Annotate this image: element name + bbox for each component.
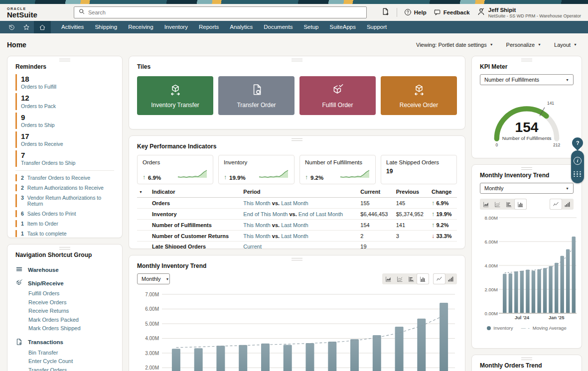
kpi-card-late-shipped-orders[interactable]: Late Shipped Orders19 bbox=[381, 155, 457, 184]
personalize-dropdown[interactable]: Personalize▼ bbox=[506, 42, 541, 48]
trend-line-icon[interactable] bbox=[434, 274, 445, 284]
reminder-item[interactable]: 9Orders to Ship bbox=[15, 113, 114, 129]
drag-handle[interactable] bbox=[521, 167, 532, 170]
reminder-item[interactable]: 1Item to Order bbox=[15, 220, 114, 227]
chart-type-toolbar bbox=[382, 273, 429, 284]
global-search[interactable] bbox=[74, 6, 367, 18]
new-document-icon[interactable] bbox=[381, 7, 390, 18]
layout-dropdown[interactable]: Layout▼ bbox=[554, 42, 577, 48]
reminder-item[interactable]: 18Orders to Fulfill bbox=[15, 74, 114, 91]
shortcut-group-header-transactions[interactable]: Transactions bbox=[15, 338, 114, 347]
tile-inventory-transfer[interactable]: Inventory Transfer bbox=[137, 76, 213, 115]
area-chart-icon[interactable] bbox=[383, 274, 394, 284]
tile-label: Transfer Order bbox=[237, 102, 276, 109]
nav-item-activities[interactable]: Activities bbox=[56, 21, 89, 33]
reminder-count: 17 bbox=[21, 132, 114, 140]
drag-handle[interactable] bbox=[292, 59, 302, 61]
area-chart-icon[interactable] bbox=[480, 199, 492, 209]
reminder-item[interactable]: 12Orders to Pack bbox=[15, 93, 114, 110]
trend-bar-icon[interactable] bbox=[562, 199, 573, 209]
drag-handle[interactable] bbox=[292, 138, 302, 141]
trend-bar-icon[interactable] bbox=[445, 274, 456, 284]
kpi-card-change: 9.2% bbox=[310, 175, 323, 181]
shortcut-link-receive-returns[interactable]: Receive Returns bbox=[28, 307, 114, 316]
chevron-down-icon: ▼ bbox=[490, 43, 493, 46]
table-row[interactable]: Number of FulfillmentsThis Month vs. Las… bbox=[137, 220, 457, 231]
svg-text:154: 154 bbox=[515, 119, 538, 135]
drag-handle[interactable] bbox=[521, 358, 532, 360]
help-button[interactable]: Help bbox=[404, 8, 427, 17]
reminder-item[interactable]: 17Orders to Receive bbox=[15, 131, 114, 148]
table-row[interactable]: OrdersThis Month vs. Last Month155145↑ 6… bbox=[137, 198, 457, 209]
reminder-item[interactable]: 3Vendor Return Authorizations to Return bbox=[15, 194, 114, 207]
kpi-card-orders[interactable]: Orders↑6.9% bbox=[137, 155, 213, 184]
drag-handle[interactable] bbox=[521, 59, 532, 61]
kpi-card-number-of-fulfillments[interactable]: Number of Fulfillments↑9.2% bbox=[299, 155, 376, 184]
inventory-trend-side-chart[interactable]: 8.00M6.00M4.00M2.00M0.00MJul '24Jan '25 bbox=[480, 214, 574, 323]
shortcut-link-receive-orders[interactable]: Receive Orders bbox=[28, 298, 114, 307]
kpi-meter-select[interactable]: Number of Fulfillments ▼ bbox=[480, 74, 574, 85]
user-menu[interactable]: Jeff Shipit NetSuite - SS WD PRM - Wareh… bbox=[477, 7, 581, 18]
drag-handle[interactable] bbox=[292, 258, 302, 260]
tile-receive-order[interactable]: Receive Order bbox=[381, 76, 457, 115]
nav-item-reports[interactable]: Reports bbox=[193, 21, 224, 33]
reminder-item[interactable]: 1Task to complete bbox=[15, 230, 114, 237]
shortcut-link-bin-transfer[interactable]: Bin Transfer bbox=[28, 349, 114, 358]
shortcut-link-mark-orders-shipped[interactable]: Mark Orders Shipped bbox=[28, 324, 114, 333]
nav-item-setup[interactable]: Setup bbox=[298, 21, 324, 33]
reminder-item[interactable]: 2Transfer Orders to Receive bbox=[15, 174, 114, 181]
drag-handle[interactable] bbox=[59, 59, 70, 61]
feedback-button[interactable]: Feedback bbox=[434, 8, 470, 17]
table-header-indicator: Indicator bbox=[150, 187, 241, 198]
shortcut-group-header-warehouse[interactable]: Warehouse bbox=[15, 265, 114, 274]
tile-transfer-order[interactable]: Transfer Order bbox=[218, 76, 294, 115]
nav-item-receiving[interactable]: Receiving bbox=[123, 21, 159, 33]
reminder-item[interactable]: 6Sales Orders to Print bbox=[15, 210, 114, 217]
reminder-item[interactable]: 2Return Authorizations to Receive bbox=[15, 184, 114, 191]
table-row[interactable]: InventoryEnd of This Month vs. End of La… bbox=[137, 209, 457, 220]
multi-line-chart-icon[interactable] bbox=[492, 199, 503, 209]
nav-item-analytics[interactable]: Analytics bbox=[224, 21, 258, 33]
nav-item-inventory[interactable]: Inventory bbox=[159, 21, 193, 33]
vertical-bar-icon[interactable] bbox=[515, 199, 526, 209]
star-icon[interactable] bbox=[19, 21, 34, 33]
trend-line-icon[interactable] bbox=[550, 199, 562, 209]
cube-arrows-icon bbox=[413, 83, 426, 98]
cube-arrows-icon bbox=[169, 83, 182, 98]
shortcut-group-header-ship-receive[interactable]: Ship/Receive bbox=[15, 279, 114, 287]
shortcut-link-mark-orders-packed[interactable]: Mark Orders Packed bbox=[28, 316, 114, 325]
help-bubble-button[interactable]: ? bbox=[570, 135, 585, 150]
vertical-bar-icon[interactable] bbox=[417, 274, 429, 284]
tile-fulfill-order[interactable]: Fulfill Order bbox=[299, 76, 376, 115]
shortcut-link-transfer-orders[interactable]: Transfer Orders bbox=[28, 366, 114, 371]
assistant-pill[interactable]: i bbox=[571, 150, 584, 183]
nav-item-shipping[interactable]: Shipping bbox=[89, 21, 123, 33]
search-input[interactable] bbox=[88, 9, 362, 15]
drag-handle[interactable] bbox=[59, 247, 70, 249]
netsuite-logo[interactable]: ORACLE NetSuite bbox=[7, 7, 67, 18]
nav-item-support[interactable]: Support bbox=[361, 21, 392, 33]
reminder-item[interactable]: 7Transfer Orders to Ship bbox=[15, 150, 114, 167]
horizontal-bar-icon[interactable] bbox=[406, 274, 417, 284]
multi-line-chart-icon[interactable] bbox=[394, 274, 406, 284]
period-select[interactable]: Monthly ▼ bbox=[137, 273, 170, 284]
viewing-dropdown[interactable]: Viewing: Portlet date settings▼ bbox=[416, 42, 493, 48]
inventory-trend-chart[interactable]: 7.00M6.00M5.00M4.00M3.00M2.00M bbox=[137, 289, 457, 371]
period-select[interactable]: Monthly ▼ bbox=[480, 183, 574, 194]
kpi-card-inventory[interactable]: Inventory↑19.9% bbox=[218, 155, 294, 184]
shortcut-link-enter-cycle-count[interactable]: Enter Cycle Count bbox=[28, 357, 114, 366]
table-row[interactable]: Number of Customer ReturnsThis Month vs.… bbox=[137, 231, 457, 242]
nav-item-documents[interactable]: Documents bbox=[258, 21, 298, 33]
history-icon[interactable] bbox=[4, 21, 19, 33]
nav-item-suiteapps[interactable]: SuiteApps bbox=[324, 21, 361, 33]
table-row[interactable]: Late Shipped OrdersCurrent19 bbox=[137, 242, 457, 249]
desktop-background-strip bbox=[0, 0, 588, 4]
filter-caret-icon[interactable]: ▼ bbox=[137, 187, 150, 198]
svg-text:0: 0 bbox=[495, 142, 498, 147]
horizontal-bar-icon[interactable] bbox=[503, 199, 515, 209]
svg-text:212: 212 bbox=[553, 142, 560, 147]
shortcut-link-fulfill-orders[interactable]: Fulfill Orders bbox=[28, 289, 114, 298]
home-icon[interactable] bbox=[34, 21, 51, 33]
kpi-card-value: 19 bbox=[386, 168, 393, 175]
cell-change: ↑ 9.2% bbox=[430, 220, 457, 231]
